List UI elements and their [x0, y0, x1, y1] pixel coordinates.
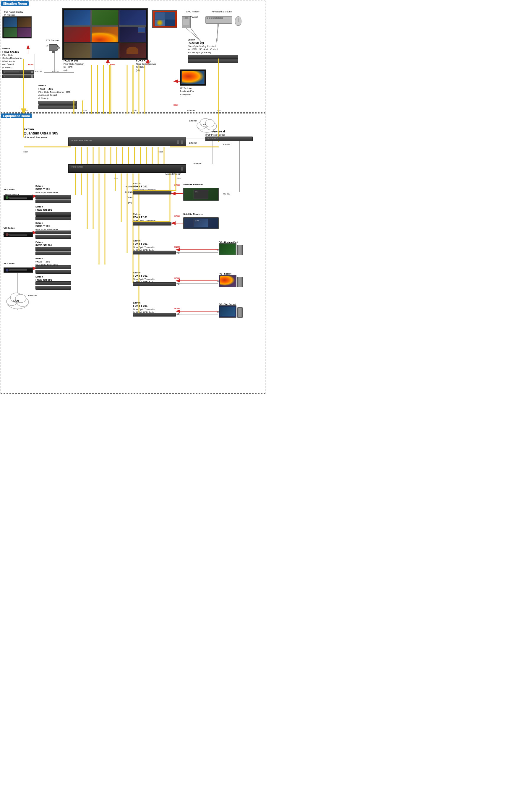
fox3-t101-vc-topsecret-unit1 [36, 265, 71, 269]
fox3-t301-pc-unclass-unit [133, 251, 176, 254]
fox3-sr201-vc-topsecret-unit2 [36, 286, 71, 290]
videowall-cell-7 [64, 42, 91, 58]
videowall-cell-1 [64, 10, 91, 26]
pc-unclass-icon [219, 243, 243, 255]
keyboard-icon [205, 16, 232, 24]
fox3-sr201-vc-topsecret-unit1 [36, 281, 71, 285]
right-monitor-top [152, 10, 177, 28]
fox3-sr201-vc-secret-unit1 [36, 247, 71, 251]
sat-rx2-icon: NEWS [183, 217, 219, 229]
videowall-cell-6 [119, 26, 146, 42]
lan-cloud-bottom: LAN [4, 291, 31, 311]
diagram-container: Situation Room Equipment Room Flat Panel… [0, 0, 266, 395]
fox3-t101-vc-secret-unit2 [36, 235, 71, 239]
quantum-ultra-unit: QUANTUM ULTRA II 305 [68, 137, 186, 146]
videowall-cell-8 [91, 42, 118, 58]
fox3-t101-vc-unclass-unit2 [36, 199, 71, 203]
ipcp-pro-unit: IPCP Pro 550 xi [205, 137, 253, 141]
videowall-cell-9 [119, 42, 146, 58]
equipment-room-label: Equipment Room [1, 114, 32, 118]
flat-panel-label: Flat Panel Display(4 Places) [4, 11, 28, 17]
ptz-camera-icon [49, 44, 58, 51]
mouse-icon [235, 16, 242, 26]
fox3-t101-vc-unclass-unit1 [36, 195, 71, 199]
fox3-t301-pc-secret-unit [133, 282, 176, 286]
fox3-sr201-vc-unclass-unit2 [36, 216, 71, 220]
vc-codec-unclass-unit [3, 195, 33, 200]
videowall [62, 8, 148, 60]
fox3-t101-vc-secret-unit1 [36, 231, 71, 234]
fox3-t101-sat1-unit [133, 191, 171, 194]
situation-room-label: Situation Room [1, 1, 28, 6]
lan-cloud: LAN [195, 117, 219, 134]
flat-panel-icon [2, 16, 32, 38]
fox3-t101-vc-topsecret-unit2 [36, 270, 71, 274]
cac-reader-icon [182, 16, 191, 28]
videowall-cell-3 [119, 10, 146, 26]
pc-secret-icon [219, 275, 243, 287]
pc-topsecret-icon [219, 305, 243, 318]
fox3-sr201-vc-unclass-unit1 [36, 212, 71, 216]
fox3-matrix-unit: FOX3 MATRIX [68, 164, 186, 173]
vc-codec-secret-unit [3, 232, 33, 237]
fox3-sr201-vc-secret-unit2 [36, 251, 71, 255]
svg-point-4 [205, 119, 214, 127]
videowall-cell-2 [91, 10, 118, 26]
tlp-pro-icon [180, 70, 206, 86]
fox3-t301-pc-topsecret-unit [133, 313, 176, 316]
sat-rx1-icon: SAT [183, 188, 219, 201]
vc-codec-topsecret-unit [3, 268, 33, 273]
videowall-cell-4 [64, 26, 91, 42]
fox3-t101-sat2-unit [133, 221, 171, 226]
videowall-cell-5 [91, 26, 118, 42]
